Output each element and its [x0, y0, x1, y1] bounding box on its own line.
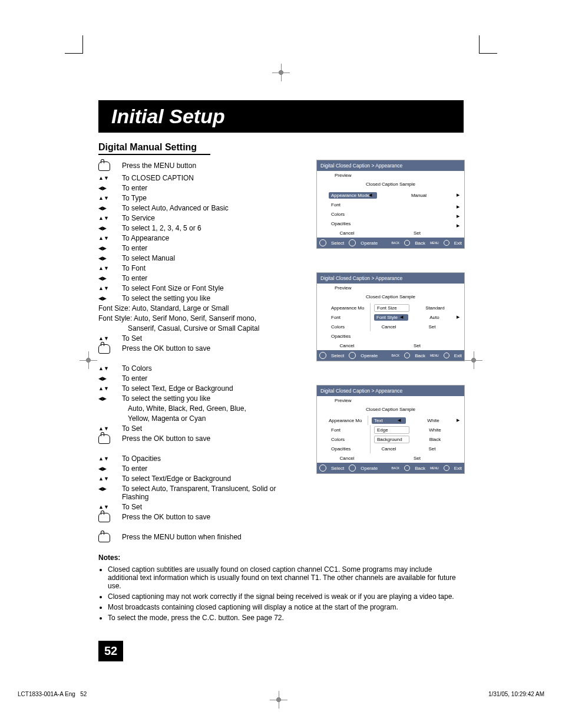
instruction-text: To select the setting you like	[122, 394, 299, 403]
osd-footer: Select Operate BACKBack MENUExit	[317, 350, 464, 361]
instruction-list: Press the MENU buttonTo CLOSED CAPTIONTo…	[98, 160, 299, 545]
osd-row-label: Font	[320, 202, 373, 207]
left-right-arrows-icon	[98, 184, 107, 191]
circle-icon	[444, 465, 449, 471]
instruction-text: To select Manual	[122, 254, 299, 262]
note-text: Font Size: Auto, Standard, Large or Smal…	[98, 304, 299, 312]
instruction-text: To Type	[122, 194, 299, 202]
left-right-arrows-icon	[98, 394, 107, 401]
note-text: Auto, White, Black, Red, Green, Blue,	[98, 404, 299, 413]
left-right-arrows-icon	[98, 254, 107, 261]
instruction-text: To select 1, 2, 3, 4, 5 or 6	[122, 224, 299, 232]
osd-row-label: Colors	[320, 324, 366, 330]
instruction-text: To Opacities	[122, 454, 299, 463]
osd-label: Preview	[317, 284, 464, 292]
instruction-text: To Colors	[122, 364, 299, 373]
osd-set: Set	[373, 230, 461, 236]
osd-set: Set	[373, 343, 461, 348]
osd-set: Set	[373, 456, 461, 461]
up-down-arrows-icon	[98, 475, 109, 482]
osd-footer: Select Operate BACKBack MENUExit	[317, 463, 464, 473]
osd-row-label: Opacities	[320, 334, 366, 339]
osd-cancel: Cancel	[320, 230, 373, 236]
note-item: Closed caption subtitles are usually fou…	[108, 565, 464, 590]
osd-screenshot: Digital Closed Caption > Appearance Prev…	[316, 160, 465, 249]
hand-icon	[98, 162, 110, 171]
up-down-arrows-icon	[98, 364, 109, 371]
up-down-arrows-icon	[98, 424, 109, 431]
nav-icon	[319, 465, 326, 472]
circle-icon	[444, 353, 449, 358]
osd-row-label: Opacities	[320, 221, 373, 226]
osd-sample-text: Closed Caption Sample	[317, 405, 464, 416]
osd-row-value: Set	[404, 324, 461, 330]
instruction-text: To enter	[122, 244, 299, 252]
note-text: Font Style: Auto, Serif Mono, Serif, San…	[98, 314, 299, 322]
instruction-text: To enter	[122, 374, 299, 383]
circle-icon	[404, 465, 410, 471]
osd-row-value: Manual	[377, 193, 461, 198]
instruction-text: Press the OK button to save	[122, 434, 299, 443]
osd-breadcrumb: Digital Closed Caption > Appearance	[317, 273, 464, 284]
notes-section: Notes: Closed caption subtitles are usua…	[98, 554, 464, 622]
osd-label: Preview	[317, 396, 464, 405]
nav-icon	[349, 352, 356, 359]
osd-row-label: Colors	[320, 437, 366, 442]
registration-mark-icon	[272, 64, 290, 81]
osd-row-sublabel: Cancel	[374, 446, 404, 452]
instruction-text: To Set	[122, 503, 299, 511]
hand-icon	[98, 513, 110, 522]
instruction-text: To select Auto, Transparent, Translucent…	[122, 485, 299, 501]
osd-row-value: Standard	[409, 305, 461, 311]
osd-row-label: Appearance Mo	[320, 418, 364, 423]
up-down-arrows-icon	[98, 264, 109, 271]
osd-row-label: Opacities	[320, 446, 366, 452]
instruction-text: To Service	[122, 214, 299, 222]
instruction-text: To select the setting you like	[122, 294, 299, 302]
up-down-arrows-icon	[98, 214, 109, 221]
osd-breadcrumb: Digital Closed Caption > Appearance	[317, 386, 464, 396]
nav-icon	[319, 239, 326, 246]
hand-icon	[98, 533, 110, 542]
osd-row-value: Auto	[408, 315, 461, 320]
hand-icon	[98, 344, 110, 354]
instruction-text: To enter	[122, 465, 299, 473]
osd-cancel: Cancel	[320, 456, 373, 461]
notes-heading: Notes:	[98, 554, 464, 562]
registration-mark-icon	[465, 351, 482, 369]
up-down-arrows-icon	[98, 503, 109, 510]
left-right-arrows-icon	[98, 274, 107, 281]
note-text: Sanserif, Casual, Cursive or Small Capit…	[98, 324, 299, 332]
left-right-arrows-icon	[98, 465, 107, 472]
instruction-text: Press the OK button to save	[122, 344, 299, 353]
nav-icon	[349, 465, 356, 472]
registration-mark-icon	[270, 691, 287, 709]
left-right-arrows-icon	[98, 244, 107, 251]
osd-row-sublabel: Background	[374, 436, 409, 443]
instruction-text: To select Font Size or Font Style	[122, 284, 299, 292]
osd-screenshot: Digital Closed Caption > Appearance Prev…	[316, 385, 465, 474]
osd-label: Preview	[317, 171, 464, 180]
instruction-text: To enter	[122, 274, 299, 282]
osd-row-sublabel: Font Style	[374, 314, 408, 321]
left-right-arrows-icon	[98, 224, 107, 231]
instruction-text: To enter	[122, 184, 299, 192]
osd-row-sublabel: Edge	[374, 426, 409, 434]
page-title: Initial Setup	[98, 100, 464, 133]
note-item: To select the mode, press the C.C. butto…	[108, 614, 464, 622]
instruction-text: To Appearance	[122, 234, 299, 242]
up-down-arrows-icon	[98, 454, 109, 462]
nav-icon	[349, 239, 356, 246]
instruction-text: To Set	[122, 424, 299, 433]
osd-row-value: White	[406, 418, 461, 423]
instruction-text: Press the MENU button when finished	[122, 533, 299, 541]
left-right-arrows-icon	[98, 374, 107, 381]
instruction-text: To select Auto, Advanced or Basic	[122, 204, 299, 212]
left-right-arrows-icon	[98, 294, 107, 301]
instruction-text: Press the MENU button	[122, 162, 299, 170]
osd-row-value: Set	[404, 446, 461, 452]
note-text: Yellow, Magenta or Cyan	[98, 414, 299, 423]
up-down-arrows-icon	[98, 384, 109, 391]
osd-row-sublabel: Font Size	[374, 304, 409, 312]
osd-screenshot: Digital Closed Caption > Appearance Prev…	[316, 272, 465, 361]
